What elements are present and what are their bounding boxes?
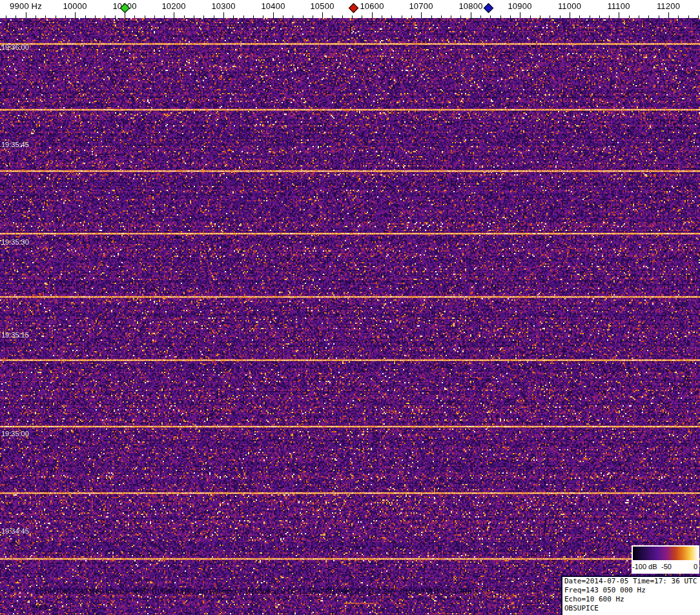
freq-tick-minor [342, 15, 343, 18]
observation-info-box: Date=2014-07-05 Time=17: 36 UTC Freq=143… [561, 576, 700, 615]
freq-tick-major [570, 12, 570, 18]
freq-tick-minor [629, 15, 630, 18]
freq-tick-minor [460, 15, 461, 18]
freq-tick-major [619, 12, 619, 18]
freq-tick-minor [659, 15, 659, 18]
freq-tick-minor [431, 15, 432, 18]
freq-tick-major [174, 12, 174, 18]
freq-tick-minor [283, 15, 283, 18]
meteor-echo-spectrogram-app: 9900 Hz100001010010200103001040010500106… [0, 0, 700, 615]
colormap-gradient-bar [633, 547, 698, 560]
freq-label-11200: 11200 [657, 1, 680, 11]
freq-tick-minor [609, 15, 610, 18]
freq-tick-minor [134, 15, 135, 18]
freq-tick-minor [678, 15, 679, 18]
freq-tick-minor [411, 15, 412, 18]
freq-tick-major [471, 12, 471, 18]
freq-label-11000: 11000 [558, 1, 581, 11]
freq-tick-major [273, 12, 274, 18]
info-line-station: OBSUPICE [564, 604, 700, 613]
freq-tick-minor [599, 15, 600, 18]
freq-label-9900: 9900 Hz [10, 1, 42, 11]
freq-tick-minor [639, 15, 639, 18]
freq-tick-minor [382, 15, 382, 18]
freq-tick-minor [402, 15, 402, 18]
freq-tick-major [668, 12, 669, 18]
info-line-echo: Echo=10 600 Hz [564, 595, 700, 604]
freq-tick-minor [243, 15, 244, 18]
freq-tick-minor [145, 15, 145, 18]
freq-tick-minor [362, 15, 362, 18]
freq-tick-minor [352, 15, 353, 18]
freq-tick-minor [36, 15, 36, 18]
waterfall-spectrogram[interactable] [0, 18, 700, 615]
freq-tick-minor [313, 15, 313, 18]
freq-tick-minor [184, 15, 185, 18]
legend-mid-label: -50 [661, 563, 672, 570]
freq-tick-minor [510, 15, 511, 18]
freq-tick-minor [540, 15, 540, 18]
freq-tick-minor [263, 15, 263, 18]
freq-tick-minor [688, 15, 689, 18]
freq-tick-minor [293, 15, 293, 18]
freq-tick-minor [451, 15, 451, 18]
freq-tick-major [421, 12, 422, 18]
db-color-scale: -100 dB -50 0 [632, 545, 699, 574]
freq-tick-major [75, 12, 76, 18]
freq-label-10800: 10800 [458, 1, 482, 11]
freq-label-10700: 10700 [409, 1, 433, 11]
legend-max-label: 0 [694, 563, 697, 570]
freq-tick-minor [560, 15, 561, 18]
freq-label-10000: 10000 [63, 1, 87, 11]
freq-label-10900: 10900 [508, 1, 531, 11]
freq-tick-minor [115, 15, 116, 18]
freq-tick-minor [56, 15, 56, 18]
freq-tick-minor [95, 15, 96, 18]
freq-tick-minor [194, 15, 194, 18]
freq-tick-minor [480, 15, 481, 18]
freq-tick-major [322, 12, 323, 18]
freq-tick-minor [253, 15, 254, 18]
freq-tick-minor [579, 15, 580, 18]
freq-tick-minor [45, 15, 46, 18]
freq-tick-minor [203, 15, 204, 18]
freq-tick-minor [105, 15, 105, 18]
freq-tick-major [223, 12, 224, 18]
info-line-date: Date=2014-07-05 Time=17: 36 UTC [564, 577, 700, 586]
freq-tick-minor [233, 15, 234, 18]
freq-tick-minor [648, 15, 649, 18]
freq-label-10200: 10200 [161, 1, 185, 11]
freq-tick-major [372, 12, 373, 18]
freq-tick-minor [530, 15, 531, 18]
freq-tick-minor [65, 15, 66, 18]
red-marker-diamond[interactable] [349, 3, 359, 14]
freq-tick-minor [441, 15, 442, 18]
legend-min-label: -100 dB [632, 563, 657, 570]
freq-tick-major [26, 12, 26, 18]
freq-tick-minor [6, 15, 6, 18]
freq-tick-minor [214, 15, 214, 18]
freq-tick-minor [490, 15, 491, 18]
freq-tick-major [520, 12, 520, 18]
freq-tick-minor [500, 15, 501, 18]
freq-label-10600: 10600 [360, 1, 384, 11]
freq-tick-minor [590, 15, 590, 18]
freq-tick-minor [15, 15, 16, 18]
freq-tick-minor [85, 15, 86, 18]
blue-marker-diamond[interactable] [484, 3, 494, 14]
freq-label-10400: 10400 [261, 1, 285, 11]
freq-tick-minor [303, 15, 304, 18]
freq-label-10300: 10300 [211, 1, 235, 11]
freq-tick-minor [332, 15, 333, 18]
info-line-freq: Freq=143 050 000 Hz [564, 586, 700, 595]
frequency-ruler: 9900 Hz100001010010200103001040010500106… [0, 0, 700, 18]
freq-tick-minor [698, 15, 699, 18]
freq-label-10500: 10500 [310, 1, 334, 11]
freq-label-11100: 11100 [607, 1, 630, 11]
freq-tick-minor [391, 15, 392, 18]
freq-tick-minor [550, 15, 550, 18]
freq-tick-minor [164, 15, 165, 18]
freq-tick-minor [154, 15, 155, 18]
